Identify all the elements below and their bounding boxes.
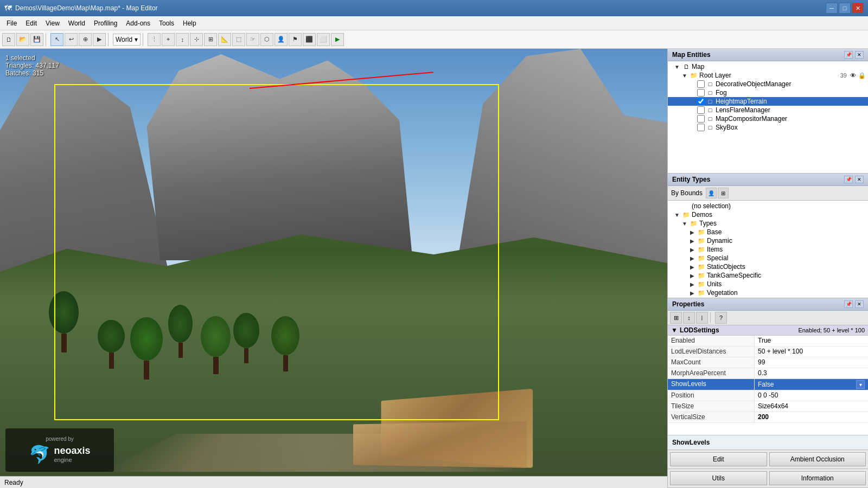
prop-val-lodlevel[interactable]: 50 + level * 100: [755, 346, 868, 357]
menu-profiling[interactable]: Profiling: [90, 18, 122, 29]
prop-val-position[interactable]: 0 0 -50: [755, 390, 868, 401]
tb-snap[interactable]: ⌖: [162, 33, 175, 46]
prop-val-tilesize[interactable]: Size64x64: [755, 401, 868, 412]
prop-val-verticalsize[interactable]: 200: [755, 412, 868, 422]
prop-tb-icon3[interactable]: |: [696, 312, 708, 324]
expand-map[interactable]: ▼: [673, 63, 681, 70]
expand-rootlayer[interactable]: ▼: [681, 72, 688, 79]
menu-view[interactable]: View: [41, 18, 64, 29]
tree-et-staticobjects[interactable]: ▶ 📁 StaticObjects: [668, 262, 868, 271]
cb-mapcomp[interactable]: [697, 115, 705, 123]
showlevels-expand-btn[interactable]: ▾: [856, 380, 865, 389]
tb-r7[interactable]: ⚑: [289, 33, 302, 46]
tree-node-map[interactable]: ▼ 🗋 Map: [668, 62, 868, 71]
lock-icon[interactable]: 🔒: [858, 72, 866, 79]
tb-r1[interactable]: ⊞: [204, 33, 217, 46]
tree-node-heightmap[interactable]: □ HeightmapTerrain: [668, 97, 868, 106]
close-button[interactable]: ✕: [852, 3, 864, 14]
tree-et-tankgame[interactable]: ▶ 📁 TankGameSpecific: [668, 271, 868, 280]
tb-transform[interactable]: ⊹: [190, 33, 203, 46]
ambient-occlusion-button[interactable]: Ambient Occlusion: [769, 452, 866, 466]
menu-help[interactable]: Help: [178, 18, 201, 29]
map-entities-close[interactable]: ✕: [855, 51, 864, 59]
tb-new[interactable]: 🗋: [2, 33, 15, 46]
prop-tb-help[interactable]: ?: [715, 312, 727, 324]
expand-base[interactable]: ▶: [688, 228, 696, 236]
viewport[interactable]: 1 selected Triangles: 437,117 Batches: 3…: [0, 49, 667, 488]
tree-et-special[interactable]: ▶ 📁 Special: [668, 254, 868, 262]
tb-r6[interactable]: 👤: [275, 33, 288, 46]
minimize-button[interactable]: ─: [826, 3, 838, 14]
prop-row-showlevels[interactable]: ShowLevels False ▾: [668, 379, 868, 390]
tree-node-decorative[interactable]: □ DecorativeObjectManager: [668, 80, 868, 88]
expand-vegetation[interactable]: ▶: [688, 289, 696, 297]
tree-et-base[interactable]: ▶ 📁 Base: [668, 228, 868, 236]
prop-val-enabled[interactable]: True: [755, 336, 868, 346]
tb-r2[interactable]: 📐: [218, 33, 231, 46]
tree-node-mapcomp[interactable]: □ MapCompositorManager: [668, 114, 868, 123]
edit-button[interactable]: Edit: [670, 452, 767, 466]
prop-tb-icon2[interactable]: ↕: [683, 312, 695, 324]
cb-heightmap[interactable]: [697, 98, 705, 105]
tb-r9[interactable]: ⬜: [317, 33, 330, 46]
tree-et-noselection[interactable]: (no selection): [668, 202, 868, 210]
tb-r3[interactable]: ⬚: [232, 33, 245, 46]
cb-lensflare[interactable]: [697, 106, 705, 114]
utils-button[interactable]: Utils: [670, 471, 767, 485]
expand-tankgame[interactable]: ▶: [688, 272, 696, 279]
tree-et-dynamic[interactable]: ▶ 📁 Dynamic: [668, 236, 868, 245]
prop-val-showlevels[interactable]: False ▾: [755, 379, 868, 390]
tb-r4[interactable]: ☞: [246, 33, 259, 46]
information-button[interactable]: Information: [769, 471, 866, 485]
tb-redo[interactable]: ⊕: [79, 33, 92, 46]
maximize-button[interactable]: □: [839, 3, 851, 14]
mode-dropdown[interactable]: World ▾: [113, 34, 141, 46]
properties-grid[interactable]: ▼ LODSettings Enabled; 50 + level * 100 …: [668, 325, 868, 435]
expand-demos[interactable]: ▼: [673, 211, 681, 219]
tree-node-fog[interactable]: □ Fog: [668, 88, 868, 97]
menu-addons[interactable]: Add-ons: [122, 18, 155, 29]
tree-node-skybox[interactable]: □ SkyBox: [668, 123, 868, 132]
prop-tb-icon1[interactable]: ⊞: [670, 312, 682, 324]
tree-et-bluedaysky[interactable]: 🌤 BlueDaySky: [668, 297, 868, 298]
tb-mode[interactable]: ▶: [93, 33, 106, 46]
properties-close[interactable]: ✕: [855, 300, 864, 308]
menu-file[interactable]: File: [2, 18, 21, 29]
map-entities-pin[interactable]: 📌: [844, 51, 853, 59]
expand-items[interactable]: ▶: [688, 246, 696, 253]
tb-align[interactable]: ↕: [176, 33, 189, 46]
tb-select[interactable]: ↖: [50, 33, 63, 46]
cb-fog[interactable]: [697, 89, 705, 97]
tree-et-items[interactable]: ▶ 📁 Items: [668, 245, 868, 254]
tb-open[interactable]: 📂: [16, 33, 29, 46]
expand-types[interactable]: ▼: [681, 220, 688, 227]
tree-node-lensflare[interactable]: □ LensFlareManager: [668, 106, 868, 114]
tree-et-units[interactable]: ▶ 📁 Units: [668, 280, 868, 288]
tree-node-rootlayer[interactable]: ▼ 📁 Root Layer 39 👁 🔒: [668, 71, 868, 80]
expand-units[interactable]: ▶: [688, 280, 696, 288]
tb-grid[interactable]: ⋮: [148, 33, 161, 46]
properties-pin[interactable]: 📌: [844, 300, 853, 308]
expand-special[interactable]: ▶: [688, 254, 696, 262]
et-filter-icon[interactable]: 👤: [706, 188, 717, 198]
entity-types-pin[interactable]: 📌: [844, 176, 853, 183]
et-bounds-icon[interactable]: ⊞: [718, 188, 729, 198]
prop-group-lodsettings[interactable]: ▼ LODSettings Enabled; 50 + level * 100: [668, 325, 868, 336]
expand-staticobjects[interactable]: ▶: [688, 263, 696, 271]
entity-types-close[interactable]: ✕: [855, 176, 864, 183]
menu-world[interactable]: World: [64, 18, 90, 29]
entity-types-tree[interactable]: (no selection) ▼ 📁 Demos ▼ 📁 Types: [668, 201, 868, 298]
map-entities-tree[interactable]: ▼ 🗋 Map ▼ 📁 Root Layer 39 👁 🔒: [668, 61, 868, 173]
tree-et-vegetation[interactable]: ▶ 📁 Vegetation: [668, 288, 868, 297]
tree-et-demos[interactable]: ▼ 📁 Demos: [668, 210, 868, 219]
tb-r5[interactable]: ⬡: [260, 33, 273, 46]
eye-icon[interactable]: 👁: [850, 72, 856, 79]
tb-play[interactable]: ▶: [331, 33, 344, 46]
tb-save[interactable]: 💾: [30, 33, 43, 46]
prop-val-maxcount[interactable]: 99: [755, 357, 868, 368]
prop-val-morpharea[interactable]: 0.3: [755, 368, 868, 378]
tb-undo[interactable]: ↩: [65, 33, 78, 46]
expand-dynamic[interactable]: ▶: [688, 237, 696, 245]
menu-tools[interactable]: Tools: [155, 18, 178, 29]
tree-et-types[interactable]: ▼ 📁 Types: [668, 219, 868, 228]
